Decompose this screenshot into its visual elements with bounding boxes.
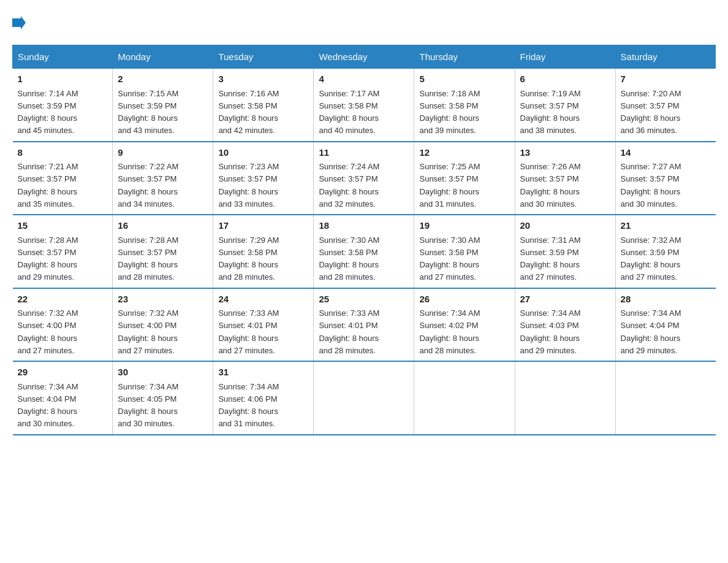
day-number: 8 — [18, 146, 108, 160]
calendar-day-cell: 23 Sunrise: 7:32 AMSunset: 4:00 PMDaylig… — [113, 288, 213, 362]
day-info: Sunrise: 7:25 AMSunset: 3:57 PMDaylight:… — [419, 162, 480, 209]
calendar-day-cell: 9 Sunrise: 7:22 AMSunset: 3:57 PMDayligh… — [113, 142, 213, 215]
day-number: 24 — [218, 293, 308, 307]
day-info: Sunrise: 7:30 AMSunset: 3:58 PMDaylight:… — [419, 236, 480, 282]
calendar-day-cell: 5 Sunrise: 7:18 AMSunset: 3:58 PMDayligh… — [414, 69, 515, 142]
day-info: Sunrise: 7:27 AMSunset: 3:57 PMDaylight:… — [621, 162, 681, 209]
day-number: 31 — [218, 366, 308, 380]
day-number: 14 — [621, 146, 711, 160]
calendar-day-cell: 28 Sunrise: 7:34 AMSunset: 4:04 PMDaylig… — [615, 288, 715, 362]
day-number: 3 — [218, 72, 308, 86]
calendar-week-row: 15 Sunrise: 7:28 AMSunset: 3:57 PMDaylig… — [13, 215, 716, 288]
day-info: Sunrise: 7:26 AMSunset: 3:57 PMDaylight:… — [520, 162, 581, 209]
calendar-day-cell: 29 Sunrise: 7:34 AMSunset: 4:04 PMDaylig… — [13, 361, 113, 435]
day-number: 5 — [419, 72, 509, 86]
day-number: 12 — [419, 146, 509, 160]
day-number: 20 — [520, 219, 610, 233]
calendar-day-cell: 1 Sunrise: 7:14 AMSunset: 3:59 PMDayligh… — [13, 69, 113, 142]
calendar-day-cell: 7 Sunrise: 7:20 AMSunset: 3:57 PMDayligh… — [615, 69, 715, 142]
calendar-header-row: SundayMondayTuesdayWednesdayThursdayFrid… — [13, 45, 716, 69]
day-info: Sunrise: 7:32 AMSunset: 4:00 PMDaylight:… — [18, 308, 78, 355]
day-info: Sunrise: 7:20 AMSunset: 3:57 PMDaylight:… — [621, 89, 681, 136]
calendar-day-cell: 18 Sunrise: 7:30 AMSunset: 3:58 PMDaylig… — [314, 215, 414, 288]
day-of-week-header: Wednesday — [314, 45, 414, 69]
day-number: 23 — [118, 293, 208, 307]
day-of-week-header: Friday — [515, 45, 615, 69]
day-of-week-header: Thursday — [414, 45, 515, 69]
calendar-day-cell: 3 Sunrise: 7:16 AMSunset: 3:58 PMDayligh… — [213, 69, 314, 142]
day-number: 22 — [18, 293, 108, 307]
day-info: Sunrise: 7:34 AMSunset: 4:04 PMDaylight:… — [18, 382, 78, 429]
calendar-table: SundayMondayTuesdayWednesdayThursdayFrid… — [12, 45, 716, 435]
calendar-day-cell: 25 Sunrise: 7:33 AMSunset: 4:01 PMDaylig… — [314, 288, 414, 362]
calendar-day-cell: 16 Sunrise: 7:28 AMSunset: 3:57 PMDaylig… — [113, 215, 213, 288]
calendar-week-row: 1 Sunrise: 7:14 AMSunset: 3:59 PMDayligh… — [13, 69, 716, 142]
calendar-day-cell: 17 Sunrise: 7:29 AMSunset: 3:58 PMDaylig… — [213, 215, 314, 288]
day-of-week-header: Monday — [113, 45, 213, 69]
day-info: Sunrise: 7:29 AMSunset: 3:58 PMDaylight:… — [218, 236, 279, 282]
calendar-day-cell: 10 Sunrise: 7:23 AMSunset: 3:57 PMDaylig… — [213, 142, 314, 215]
day-info: Sunrise: 7:30 AMSunset: 3:58 PMDaylight:… — [319, 236, 379, 282]
day-number: 21 — [621, 219, 711, 233]
calendar-day-cell: 2 Sunrise: 7:15 AMSunset: 3:59 PMDayligh… — [113, 69, 213, 142]
day-info: Sunrise: 7:22 AMSunset: 3:57 PMDaylight:… — [118, 162, 178, 209]
day-info: Sunrise: 7:28 AMSunset: 3:57 PMDaylight:… — [118, 236, 178, 282]
day-info: Sunrise: 7:28 AMSunset: 3:57 PMDaylight:… — [18, 236, 78, 282]
calendar-week-row: 8 Sunrise: 7:21 AMSunset: 3:57 PMDayligh… — [13, 142, 716, 215]
day-number: 28 — [621, 293, 711, 307]
day-number: 9 — [118, 146, 208, 160]
calendar-day-cell: 14 Sunrise: 7:27 AMSunset: 3:57 PMDaylig… — [615, 142, 715, 215]
calendar-day-cell: 22 Sunrise: 7:32 AMSunset: 4:00 PMDaylig… — [13, 288, 113, 362]
logo — [12, 12, 26, 33]
calendar-week-row: 22 Sunrise: 7:32 AMSunset: 4:00 PMDaylig… — [13, 288, 716, 362]
day-info: Sunrise: 7:24 AMSunset: 3:57 PMDaylight:… — [319, 162, 379, 209]
calendar-day-cell: 31 Sunrise: 7:34 AMSunset: 4:06 PMDaylig… — [213, 361, 314, 435]
day-info: Sunrise: 7:34 AMSunset: 4:02 PMDaylight:… — [419, 308, 480, 355]
day-of-week-header: Sunday — [13, 45, 113, 69]
calendar-day-cell: 15 Sunrise: 7:28 AMSunset: 3:57 PMDaylig… — [13, 215, 113, 288]
calendar-day-cell — [615, 361, 715, 435]
logo-line1 — [12, 12, 26, 33]
day-info: Sunrise: 7:23 AMSunset: 3:57 PMDaylight:… — [218, 162, 279, 209]
calendar-day-cell: 21 Sunrise: 7:32 AMSunset: 3:59 PMDaylig… — [615, 215, 715, 288]
day-number: 4 — [319, 72, 409, 86]
day-info: Sunrise: 7:34 AMSunset: 4:06 PMDaylight:… — [218, 382, 279, 429]
day-number: 6 — [520, 72, 610, 86]
day-number: 26 — [419, 293, 509, 307]
day-number: 1 — [18, 72, 108, 86]
day-info: Sunrise: 7:34 AMSunset: 4:03 PMDaylight:… — [520, 308, 581, 355]
day-number: 27 — [520, 293, 610, 307]
day-info: Sunrise: 7:33 AMSunset: 4:01 PMDaylight:… — [218, 308, 279, 355]
day-number: 18 — [319, 219, 409, 233]
day-number: 30 — [118, 366, 208, 380]
calendar-day-cell: 30 Sunrise: 7:34 AMSunset: 4:05 PMDaylig… — [113, 361, 213, 435]
day-number: 11 — [319, 146, 409, 160]
calendar-day-cell — [515, 361, 615, 435]
day-number: 17 — [218, 219, 308, 233]
day-info: Sunrise: 7:32 AMSunset: 4:00 PMDaylight:… — [118, 308, 178, 355]
calendar-day-cell — [414, 361, 515, 435]
day-number: 2 — [118, 72, 208, 86]
day-info: Sunrise: 7:34 AMSunset: 4:04 PMDaylight:… — [621, 308, 681, 355]
day-info: Sunrise: 7:34 AMSunset: 4:05 PMDaylight:… — [118, 382, 178, 429]
calendar-day-cell — [314, 361, 414, 435]
logo-arrow-icon — [12, 16, 26, 29]
calendar-day-cell: 27 Sunrise: 7:34 AMSunset: 4:03 PMDaylig… — [515, 288, 615, 362]
calendar-day-cell: 8 Sunrise: 7:21 AMSunset: 3:57 PMDayligh… — [13, 142, 113, 215]
day-info: Sunrise: 7:16 AMSunset: 3:58 PMDaylight:… — [218, 89, 279, 136]
day-info: Sunrise: 7:31 AMSunset: 3:59 PMDaylight:… — [520, 236, 581, 282]
calendar-day-cell: 24 Sunrise: 7:33 AMSunset: 4:01 PMDaylig… — [213, 288, 314, 362]
calendar-week-row: 29 Sunrise: 7:34 AMSunset: 4:04 PMDaylig… — [13, 361, 716, 435]
day-number: 13 — [520, 146, 610, 160]
day-number: 25 — [319, 293, 409, 307]
calendar-day-cell: 12 Sunrise: 7:25 AMSunset: 3:57 PMDaylig… — [414, 142, 515, 215]
day-number: 19 — [419, 219, 509, 233]
day-info: Sunrise: 7:33 AMSunset: 4:01 PMDaylight:… — [319, 308, 379, 355]
calendar-day-cell: 26 Sunrise: 7:34 AMSunset: 4:02 PMDaylig… — [414, 288, 515, 362]
page-header — [12, 12, 716, 33]
day-number: 15 — [18, 219, 108, 233]
calendar-day-cell: 13 Sunrise: 7:26 AMSunset: 3:57 PMDaylig… — [515, 142, 615, 215]
svg-marker-0 — [12, 16, 26, 29]
day-number: 16 — [118, 219, 208, 233]
calendar-day-cell: 6 Sunrise: 7:19 AMSunset: 3:57 PMDayligh… — [515, 69, 615, 142]
